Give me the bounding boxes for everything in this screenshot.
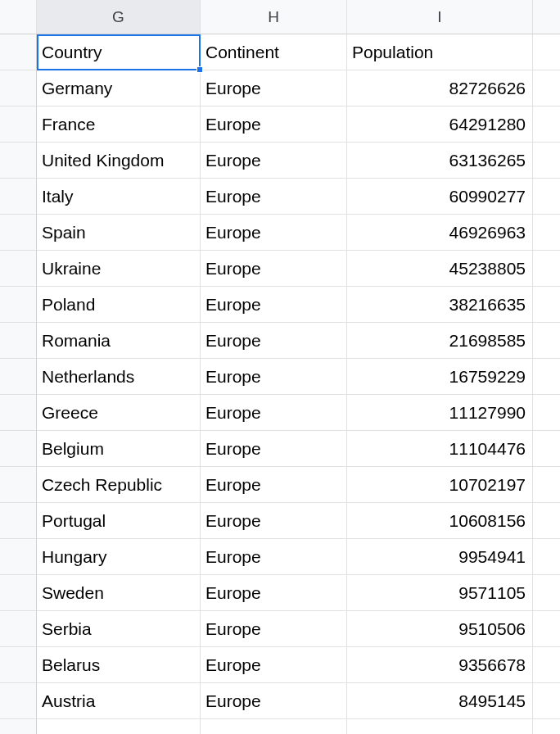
cell-population[interactable]: 21698585 bbox=[347, 323, 533, 359]
cell-empty[interactable] bbox=[533, 503, 560, 539]
row-number[interactable] bbox=[0, 215, 37, 251]
cell-empty[interactable] bbox=[533, 34, 560, 70]
cell[interactable] bbox=[201, 719, 347, 734]
cell-population[interactable]: 46926963 bbox=[347, 215, 533, 251]
row-number[interactable] bbox=[0, 611, 37, 647]
cell-population[interactable]: 11127990 bbox=[347, 395, 533, 431]
cell-empty[interactable] bbox=[533, 215, 560, 251]
cell-continent[interactable]: Europe bbox=[201, 647, 347, 683]
cell[interactable] bbox=[533, 719, 560, 734]
row-number[interactable] bbox=[0, 575, 37, 611]
cell-continent[interactable]: Europe bbox=[201, 467, 347, 503]
cell-empty[interactable] bbox=[533, 395, 560, 431]
cell-country[interactable]: Romania bbox=[37, 323, 201, 359]
cell-country[interactable]: Belarus bbox=[37, 647, 201, 683]
column-header-g[interactable]: G bbox=[37, 0, 201, 34]
column-header-j[interactable] bbox=[533, 0, 560, 34]
cell-population[interactable]: 9356678 bbox=[347, 647, 533, 683]
cell-empty[interactable] bbox=[533, 611, 560, 647]
row-number[interactable] bbox=[0, 395, 37, 431]
cell-continent[interactable]: Europe bbox=[201, 179, 347, 215]
row-number[interactable] bbox=[0, 106, 37, 143]
row-number[interactable] bbox=[0, 359, 37, 395]
row-number[interactable] bbox=[0, 143, 37, 179]
cell-country[interactable]: Czech Republic bbox=[37, 467, 201, 503]
cell-country[interactable]: United Kingdom bbox=[37, 143, 201, 179]
cell-continent[interactable]: Europe bbox=[201, 539, 347, 575]
row-number[interactable] bbox=[0, 647, 37, 683]
cell-population[interactable]: 11104476 bbox=[347, 431, 533, 467]
cell-empty[interactable] bbox=[533, 467, 560, 503]
cell-country[interactable]: Germany bbox=[37, 70, 201, 106]
cell-empty[interactable] bbox=[533, 539, 560, 575]
cell-country[interactable]: Austria bbox=[37, 683, 201, 719]
cell-country[interactable]: Sweden bbox=[37, 575, 201, 611]
cell-empty[interactable] bbox=[533, 323, 560, 359]
cell-country[interactable]: Belgium bbox=[37, 431, 201, 467]
row-number[interactable] bbox=[0, 539, 37, 575]
cell-population[interactable]: 9510506 bbox=[347, 611, 533, 647]
cell-continent[interactable]: Europe bbox=[201, 106, 347, 143]
cell-population[interactable]: 9571105 bbox=[347, 575, 533, 611]
cell-population[interactable]: 8495145 bbox=[347, 683, 533, 719]
cell-continent-header[interactable]: Continent bbox=[201, 34, 347, 70]
row-number[interactable] bbox=[0, 503, 37, 539]
cell-population[interactable]: 45238805 bbox=[347, 251, 533, 287]
cell-continent[interactable]: Europe bbox=[201, 323, 347, 359]
cell-continent[interactable]: Europe bbox=[201, 215, 347, 251]
cell-continent[interactable]: Europe bbox=[201, 503, 347, 539]
row-number[interactable] bbox=[0, 683, 37, 719]
cell-population-header[interactable]: Population bbox=[347, 34, 533, 70]
cell-continent[interactable]: Europe bbox=[201, 431, 347, 467]
row-number[interactable] bbox=[0, 323, 37, 359]
cell-population[interactable]: 10608156 bbox=[347, 503, 533, 539]
cell-empty[interactable] bbox=[533, 143, 560, 179]
row-number[interactable] bbox=[0, 70, 37, 106]
cell-continent[interactable]: Europe bbox=[201, 251, 347, 287]
cell-country[interactable]: Ukraine bbox=[37, 251, 201, 287]
cell-continent[interactable]: Europe bbox=[201, 287, 347, 323]
select-all-corner[interactable] bbox=[0, 0, 37, 34]
cell-empty[interactable] bbox=[533, 575, 560, 611]
column-header-h[interactable]: H bbox=[201, 0, 347, 34]
row-number[interactable] bbox=[0, 251, 37, 287]
cell-country[interactable]: Serbia bbox=[37, 611, 201, 647]
cell-continent[interactable]: Europe bbox=[201, 683, 347, 719]
cell-population[interactable]: 63136265 bbox=[347, 143, 533, 179]
row-number[interactable] bbox=[0, 431, 37, 467]
cell-empty[interactable] bbox=[533, 106, 560, 143]
column-header-i[interactable]: I bbox=[347, 0, 533, 34]
cell-country[interactable]: Netherlands bbox=[37, 359, 201, 395]
cell-continent[interactable]: Europe bbox=[201, 395, 347, 431]
cell-country[interactable]: Poland bbox=[37, 287, 201, 323]
cell-population[interactable]: 10702197 bbox=[347, 467, 533, 503]
cell-population[interactable]: 82726626 bbox=[347, 70, 533, 106]
cell-empty[interactable] bbox=[533, 359, 560, 395]
cell-empty[interactable] bbox=[533, 647, 560, 683]
cell-continent[interactable]: Europe bbox=[201, 359, 347, 395]
cell-country[interactable]: Spain bbox=[37, 215, 201, 251]
cell-country[interactable]: Hungary bbox=[37, 539, 201, 575]
cell-empty[interactable] bbox=[533, 287, 560, 323]
row-number[interactable] bbox=[0, 719, 37, 734]
cell-country-header[interactable]: Country bbox=[37, 34, 201, 70]
cell-country[interactable]: Portugal bbox=[37, 503, 201, 539]
cell[interactable] bbox=[37, 719, 201, 734]
cell-country[interactable]: France bbox=[37, 106, 201, 143]
row-number[interactable] bbox=[0, 34, 37, 70]
cell-empty[interactable] bbox=[533, 431, 560, 467]
row-number[interactable] bbox=[0, 179, 37, 215]
cell-continent[interactable]: Europe bbox=[201, 575, 347, 611]
cell-country[interactable]: Greece bbox=[37, 395, 201, 431]
cell-population[interactable]: 9954941 bbox=[347, 539, 533, 575]
cell[interactable] bbox=[347, 719, 533, 734]
cell-country[interactable]: Italy bbox=[37, 179, 201, 215]
cell-empty[interactable] bbox=[533, 251, 560, 287]
row-number[interactable] bbox=[0, 287, 37, 323]
row-number[interactable] bbox=[0, 467, 37, 503]
cell-empty[interactable] bbox=[533, 683, 560, 719]
cell-empty[interactable] bbox=[533, 70, 560, 106]
cell-continent[interactable]: Europe bbox=[201, 143, 347, 179]
cell-population[interactable]: 38216635 bbox=[347, 287, 533, 323]
cell-empty[interactable] bbox=[533, 179, 560, 215]
